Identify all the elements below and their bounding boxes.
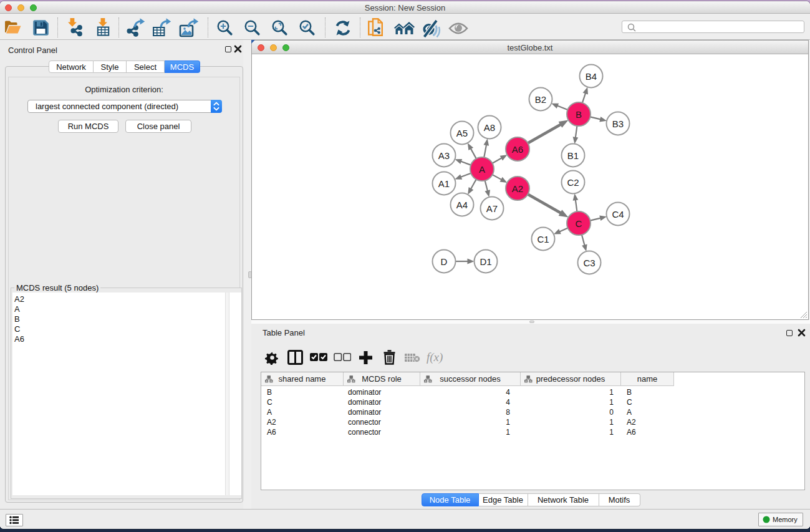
svg-text:A4: A4 bbox=[456, 199, 467, 210]
svg-text:B4: B4 bbox=[585, 70, 596, 81]
svg-text:A6: A6 bbox=[511, 143, 523, 154]
svg-text:B3: B3 bbox=[612, 118, 623, 128]
svg-text:C3: C3 bbox=[583, 257, 595, 268]
svg-text:B2: B2 bbox=[534, 94, 546, 104]
svg-text:A3: A3 bbox=[438, 150, 449, 160]
svg-text:A: A bbox=[478, 163, 485, 174]
svg-text:C4: C4 bbox=[612, 208, 624, 219]
svg-text:C: C bbox=[575, 218, 582, 228]
svg-text:C2: C2 bbox=[567, 177, 579, 187]
svg-text:A8: A8 bbox=[483, 122, 494, 132]
svg-text:B1: B1 bbox=[567, 150, 578, 160]
svg-text:D1: D1 bbox=[480, 256, 491, 266]
svg-text:A5: A5 bbox=[456, 127, 467, 138]
svg-text:D: D bbox=[440, 256, 447, 266]
svg-text:A2: A2 bbox=[511, 183, 523, 193]
svg-text:A7: A7 bbox=[486, 203, 497, 213]
svg-text:A1: A1 bbox=[438, 178, 449, 188]
svg-text:B: B bbox=[575, 109, 581, 119]
svg-text:C1: C1 bbox=[537, 233, 549, 244]
